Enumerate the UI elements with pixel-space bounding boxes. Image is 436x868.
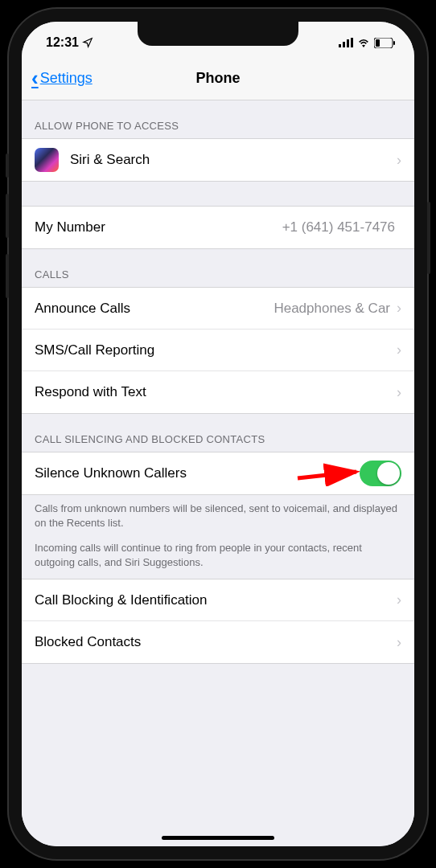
row-siri-search[interactable]: Siri & Search › (22, 139, 414, 181)
screen: 12:31 ‹ (22, 22, 414, 846)
row-label: Call Blocking & Identification (35, 592, 397, 608)
chevron-left-icon: ‹ (31, 66, 39, 91)
row-label: Siri & Search (70, 152, 397, 168)
section-header-access: ALLOW PHONE TO ACCESS (22, 100, 414, 138)
row-label: Blocked Contacts (35, 634, 397, 650)
footer-text: Incoming calls will continue to ring fro… (35, 541, 401, 569)
svg-rect-0 (339, 44, 341, 47)
row-call-blocking-identification[interactable]: Call Blocking & Identification › (22, 579, 414, 621)
row-blocked-contacts[interactable]: Blocked Contacts › (22, 621, 414, 663)
silence-unknown-callers-toggle[interactable] (360, 461, 401, 486)
notch (138, 22, 298, 46)
svg-rect-1 (343, 42, 345, 47)
page-title: Phone (195, 70, 240, 87)
footer-text: Calls from unknown numbers will be silen… (35, 502, 401, 530)
row-respond-with-text[interactable]: Respond with Text › (22, 371, 414, 413)
status-time: 12:31 (46, 35, 79, 50)
navigation-bar: ‹ Settings Phone (22, 57, 414, 100)
volume-buttons (6, 154, 9, 314)
back-label: Settings (40, 70, 93, 87)
row-silence-unknown-callers[interactable]: Silence Unknown Callers (22, 452, 414, 494)
svg-rect-5 (376, 39, 380, 47)
power-button (427, 202, 430, 290)
battery-icon (374, 38, 395, 48)
section-header-calls: CALLS (22, 249, 414, 287)
phone-device-frame: 12:31 ‹ (9, 9, 427, 859)
my-number-value: +1 (641) 451-7476 (282, 219, 395, 235)
svg-rect-2 (347, 39, 349, 47)
back-button[interactable]: ‹ Settings (31, 66, 93, 91)
location-arrow-icon (82, 37, 93, 48)
chevron-right-icon: › (397, 384, 401, 401)
chevron-right-icon: › (397, 152, 401, 169)
svg-rect-3 (351, 38, 353, 47)
row-sms-call-reporting[interactable]: SMS/Call Reporting › (22, 330, 414, 371)
settings-content[interactable]: ALLOW PHONE TO ACCESS Siri & Search › My… (22, 100, 414, 846)
announce-calls-value: Headphones & Car (274, 301, 390, 317)
row-announce-calls[interactable]: Announce Calls Headphones & Car › (22, 288, 414, 330)
section-header-silencing: CALL SILENCING AND BLOCKED CONTACTS (22, 414, 414, 452)
row-label: SMS/Call Reporting (35, 342, 397, 358)
cellular-signal-icon (339, 38, 353, 47)
row-my-number[interactable]: My Number +1 (641) 451-7476 (22, 207, 414, 248)
section-footer-silencing: Calls from unknown numbers will be silen… (22, 495, 414, 579)
toggle-knob (377, 462, 400, 485)
row-label: Respond with Text (35, 384, 397, 400)
chevron-right-icon: › (397, 592, 401, 608)
row-label: Announce Calls (35, 301, 274, 317)
siri-icon (35, 148, 59, 172)
svg-rect-6 (393, 41, 395, 45)
row-label: Silence Unknown Callers (35, 465, 360, 481)
wifi-icon (357, 38, 370, 47)
row-label: My Number (35, 219, 282, 235)
home-indicator[interactable] (162, 836, 274, 840)
chevron-right-icon: › (397, 342, 401, 358)
chevron-right-icon: › (397, 634, 401, 651)
chevron-right-icon: › (397, 300, 401, 317)
